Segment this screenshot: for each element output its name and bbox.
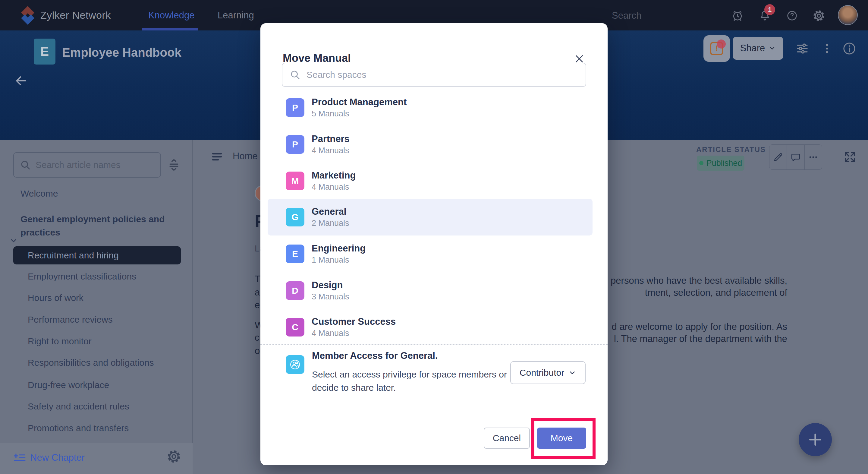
help-icon[interactable]: [786, 10, 798, 22]
sidebar-item-performance-reviews[interactable]: Performance reviews: [28, 315, 113, 325]
more-options-kebab-icon[interactable]: [820, 42, 834, 55]
article-status-label: ARTICLE STATUS: [696, 145, 766, 154]
space-initial-icon: G: [286, 208, 304, 227]
plus-icon: [807, 432, 823, 447]
status-text: Published: [707, 158, 742, 168]
settings-gear-icon[interactable]: [813, 10, 825, 22]
space-search-placeholder: Search spaces: [307, 70, 366, 80]
chapter-collapse-chevron-icon[interactable]: [9, 236, 18, 245]
space-name: Marketing: [312, 170, 355, 181]
space-row-customer-success[interactable]: C Customer Success 4 Manuals: [268, 309, 592, 346]
space-initial-icon: M: [286, 172, 304, 190]
sidebar-item-promotions-transfers[interactable]: Promotions and transfers: [28, 423, 129, 433]
more-actions-ellipsis-icon[interactable]: [804, 145, 822, 170]
privilege-dropdown[interactable]: Contributor: [510, 361, 586, 384]
space-name: Partners: [312, 133, 350, 145]
share-button[interactable]: Share: [733, 37, 783, 60]
comments-icon[interactable]: [786, 145, 804, 170]
zylker-logo-icon: [18, 5, 37, 25]
member-access-icon: [286, 355, 304, 374]
space-name: Design: [312, 279, 349, 291]
toc-hamburger-icon[interactable]: [210, 150, 225, 164]
sidebar-item-employment-classifications[interactable]: Employment classifications: [28, 271, 136, 282]
sidebar-item-welcome[interactable]: Welcome: [21, 188, 58, 199]
body-edge-fragment: c: [255, 332, 259, 343]
manual-title: Employee Handbook: [62, 46, 181, 59]
global-search-input[interactable]: Search: [612, 10, 641, 21]
space-row-product-management[interactable]: P Product Management 5 Manuals: [268, 89, 592, 126]
active-tab-underline: [142, 28, 198, 30]
member-access-prefix: Member Access for: [312, 350, 400, 361]
body-edge-fragment: a: [255, 287, 260, 298]
space-row-marketing[interactable]: M Marketing 4 Manuals: [268, 162, 592, 199]
space-name: General: [312, 206, 349, 217]
space-manual-count: 4 Manuals: [312, 145, 350, 156]
article-body-line: d are welcome to apply for the position.…: [612, 321, 787, 332]
privilege-selected-value: Contributor: [520, 367, 564, 378]
chevron-down-icon: [568, 369, 576, 377]
chevron-down-icon: [769, 45, 776, 52]
user-avatar[interactable]: [838, 5, 858, 25]
info-icon[interactable]: [842, 41, 857, 56]
dashed-divider: [260, 408, 608, 408]
space-row-engineering[interactable]: E Engineering 1 Manuals: [268, 236, 592, 272]
notification-count-badge: 1: [764, 4, 775, 15]
space-name: Customer Success: [312, 316, 396, 327]
cancel-button[interactable]: Cancel: [484, 427, 530, 449]
tab-learning[interactable]: Learning: [218, 10, 254, 21]
search-icon: [20, 159, 31, 170]
sidebar-item-recruitment-selected[interactable]: Recruitment and hiring: [13, 246, 181, 264]
published-dot-icon: [699, 161, 704, 165]
article-actions-group: [769, 144, 822, 170]
sidebar-item-hours-of-work[interactable]: Hours of work: [28, 293, 84, 303]
share-label: Share: [740, 43, 765, 54]
move-manual-dialog: Move Manual Search spaces P Product Mana…: [260, 23, 608, 465]
breadcrumb-home[interactable]: Home: [233, 151, 258, 161]
member-access-target-space: General.: [400, 350, 438, 361]
member-access-desc-line1: Select an access privilege for space mem…: [312, 369, 507, 380]
alert-dot: [717, 39, 726, 49]
move-button[interactable]: Move: [537, 427, 586, 449]
sidebar-settings-gear-icon[interactable]: [167, 450, 181, 463]
new-chapter-button[interactable]: New Chapter: [14, 452, 85, 463]
display-settings-icon[interactable]: [795, 41, 809, 56]
article-sidebar: Search article names Welcome General emp…: [0, 140, 193, 474]
dashed-divider: [260, 344, 608, 345]
space-name: Product Management: [312, 96, 407, 108]
expand-fullscreen-icon[interactable]: [843, 150, 857, 164]
activity-clock-icon[interactable]: [732, 10, 743, 22]
space-row-design[interactable]: D Design 3 Manuals: [268, 272, 592, 309]
add-article-fab[interactable]: [799, 423, 832, 456]
article-body-line: tment, selection, and placement of: [645, 287, 787, 298]
brand-name: Zylker Network: [40, 9, 111, 21]
announcement-alert-button[interactable]: !: [704, 35, 730, 62]
member-access-title: Member Access for General.: [312, 350, 438, 361]
article-search-placeholder: Search article names: [36, 160, 121, 170]
back-arrow-icon[interactable]: [14, 74, 28, 87]
add-chapter-icon: [14, 453, 26, 463]
sidebar-footer: New Chapter: [0, 443, 193, 474]
sidebar-item-safety-accident-rules[interactable]: Safety and accident rules: [28, 401, 129, 412]
edit-pencil-icon[interactable]: [770, 145, 786, 170]
space-manual-count: 4 Manuals: [312, 182, 355, 192]
article-search-input[interactable]: Search article names: [13, 152, 161, 178]
space-row-partners[interactable]: P Partners 4 Manuals: [268, 126, 592, 163]
space-initial-icon: P: [286, 98, 304, 117]
manual-initial-icon: E: [34, 38, 56, 64]
sidebar-item-drug-free-workplace[interactable]: Drug-free workplace: [28, 380, 109, 390]
space-row-general-selected[interactable]: G General 2 Manuals: [268, 199, 592, 236]
tab-knowledge[interactable]: Knowledge: [148, 10, 194, 21]
body-edge-fragment: o: [255, 346, 260, 356]
new-chapter-label: New Chapter: [30, 452, 85, 463]
space-initial-icon: E: [286, 244, 304, 263]
sort-articles-icon[interactable]: [167, 158, 181, 172]
article-body-line: th persons who have the best available s…: [600, 275, 787, 286]
space-search-input[interactable]: Search spaces: [282, 63, 586, 87]
sidebar-item-responsibilities[interactable]: Responsibilities and obligations: [28, 358, 154, 368]
sidebar-item-general-employment[interactable]: General employment policies and practice…: [21, 213, 171, 239]
sidebar-item-right-to-monitor[interactable]: Right to monitor: [28, 336, 92, 347]
space-initial-icon: P: [286, 135, 304, 154]
search-icon: [290, 69, 301, 80]
space-manual-count: 4 Manuals: [312, 328, 396, 338]
article-body-line: l. The manager of the department with th…: [614, 333, 787, 344]
